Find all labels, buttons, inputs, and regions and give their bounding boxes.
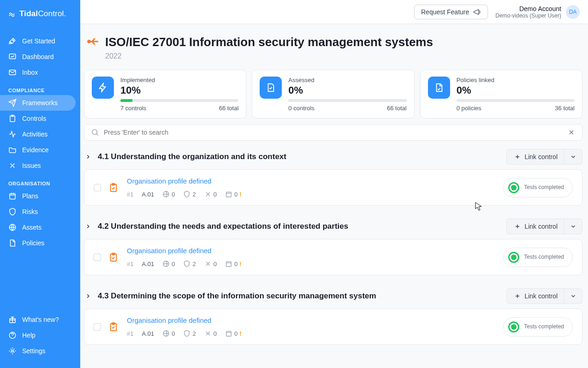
link-control-button[interactable]: Link control <box>506 219 564 234</box>
sidebar-item-frameworks[interactable]: Frameworks <box>0 95 76 111</box>
plus-icon <box>513 153 522 161</box>
sidebar-item-issues[interactable]: Issues <box>0 158 80 173</box>
sidebar-item-policies[interactable]: Policies <box>0 235 80 251</box>
sidebar-item-inbox[interactable]: Inbox <box>0 65 80 80</box>
nav-label: Activities <box>22 131 48 138</box>
sidebar-item-dashboard[interactable]: Dashboard <box>0 49 80 65</box>
link-control-button[interactable]: Link control <box>506 149 564 165</box>
nav-section-compliance: COMPLIANCE <box>0 86 80 95</box>
account-menu[interactable]: Demo Account Demo-videos (Super User) DA <box>495 5 580 19</box>
checkbox[interactable] <box>94 184 101 191</box>
checkbox[interactable] <box>94 254 101 261</box>
section-title: 4.2 Understanding the needs and expectat… <box>98 222 348 231</box>
meta-tools: 0 <box>204 330 217 337</box>
file-icon <box>260 77 282 99</box>
tests-completed-chip[interactable]: Tests completed <box>503 248 573 267</box>
account-name: Demo Account <box>495 5 561 12</box>
section-toggle[interactable]: 4.1 Understanding the organization and i… <box>84 152 286 161</box>
doc-icon <box>8 239 17 247</box>
sidebar-item-assets[interactable]: Assets <box>0 220 80 235</box>
svg-rect-19 <box>226 261 232 267</box>
control-name-link[interactable]: Organisation profile defined <box>127 247 496 255</box>
control-card: Organisation profile defined #1 A.01 0 2… <box>84 239 582 275</box>
status-dot-icon <box>508 182 519 193</box>
close-icon[interactable] <box>567 128 576 137</box>
sidebar-item-controls[interactable]: Controls <box>0 111 80 126</box>
meta-calendar: 0 ! <box>225 190 242 198</box>
control-name-link[interactable]: Organisation profile defined <box>127 316 496 324</box>
shield-icon <box>8 208 17 216</box>
help-icon <box>8 331 17 339</box>
section-title: 4.1 Understanding the organization and i… <box>98 152 286 161</box>
stat-label: Assessed <box>288 77 406 83</box>
chevron-right-icon <box>84 222 92 231</box>
sidebar-item-evidence[interactable]: Evidence <box>0 142 80 158</box>
control-card: Organisation profile defined #1 A.01 0 2… <box>84 309 582 345</box>
stat-right: 66 total <box>219 105 239 112</box>
svg-rect-5 <box>10 194 15 199</box>
tests-completed-label: Tests completed <box>524 184 564 190</box>
meta-tools: 0 <box>204 190 217 198</box>
meta-globe: 0 <box>162 330 175 337</box>
sidebar-item-risks[interactable]: Risks <box>0 204 80 220</box>
tests-completed-chip[interactable]: Tests completed <box>503 317 573 337</box>
nav-label: Settings <box>22 347 46 355</box>
link-control-label: Link control <box>524 223 558 230</box>
section-toggle[interactable]: 4.3 Determining the scope of the informa… <box>84 291 376 301</box>
sidebar-item-whats-new[interactable]: What's new? <box>0 312 80 327</box>
meta-shield: 2 <box>183 190 196 198</box>
status-dot-icon <box>508 252 519 263</box>
tests-completed-label: Tests completed <box>524 254 564 260</box>
logo-light: Control <box>38 9 64 18</box>
stat-value: 0% <box>457 84 575 96</box>
link-control-dropdown[interactable] <box>564 149 582 165</box>
control-id: #1 <box>127 330 133 337</box>
request-feature-button[interactable]: Request Feature <box>414 5 488 19</box>
nav-label: Dashboard <box>22 53 54 60</box>
checkbox[interactable] <box>94 323 101 331</box>
stat-right: 36 total <box>555 105 575 112</box>
meta-shield: 2 <box>183 330 196 337</box>
megaphone-icon <box>473 8 481 16</box>
nav-label: What's new? <box>22 316 59 323</box>
nav-label: Assets <box>22 224 42 231</box>
search-icon <box>91 128 99 137</box>
tests-completed-chip[interactable]: Tests completed <box>503 178 573 197</box>
stat-implemented: Implemented 10% 7 controls 66 total <box>84 70 246 119</box>
clipboard-check-icon <box>108 252 119 262</box>
stat-value: 0% <box>288 84 406 96</box>
link-control-dropdown[interactable] <box>564 219 582 234</box>
svg-point-9 <box>12 350 14 352</box>
nav-label: Help <box>22 332 36 339</box>
svg-rect-23 <box>226 331 232 336</box>
control-id: #1 <box>127 191 133 198</box>
nav-label: Issues <box>22 162 41 169</box>
link-control-button[interactable]: Link control <box>506 288 564 304</box>
meta-globe: 0 <box>162 190 175 198</box>
sidebar-item-help[interactable]: Help <box>0 327 80 343</box>
account-role: Demo-videos (Super User) <box>495 12 561 19</box>
link-control-dropdown[interactable] <box>564 288 582 304</box>
file-check-icon <box>428 77 450 99</box>
calendar-icon <box>8 192 17 200</box>
svg-rect-15 <box>226 192 232 197</box>
sidebar-item-get-started[interactable]: Get Started <box>0 33 80 49</box>
control-ref: A.01 <box>142 191 154 198</box>
activity-icon <box>8 130 17 138</box>
sidebar-item-plans[interactable]: Plans <box>0 188 80 204</box>
meta-calendar: 0 ! <box>225 330 242 337</box>
svg-rect-1 <box>9 54 16 59</box>
stat-assessed: Assessed 0% 0 controls 66 total <box>252 70 414 119</box>
sidebar-item-activities[interactable]: Activities <box>0 126 80 142</box>
bolt-icon <box>92 77 114 99</box>
search-input[interactable] <box>104 129 563 136</box>
control-ref: A.01 <box>142 261 154 267</box>
control-name-link[interactable]: Organisation profile defined <box>127 177 496 185</box>
folder-icon <box>8 146 17 154</box>
control-ref: A.01 <box>142 330 154 337</box>
link-control-label: Link control <box>524 153 558 160</box>
sidebar-item-settings[interactable]: Settings <box>0 343 80 359</box>
gear-icon <box>8 347 17 355</box>
nav-label: Inbox <box>22 69 38 76</box>
section-toggle[interactable]: 4.2 Understanding the needs and expectat… <box>84 222 348 231</box>
